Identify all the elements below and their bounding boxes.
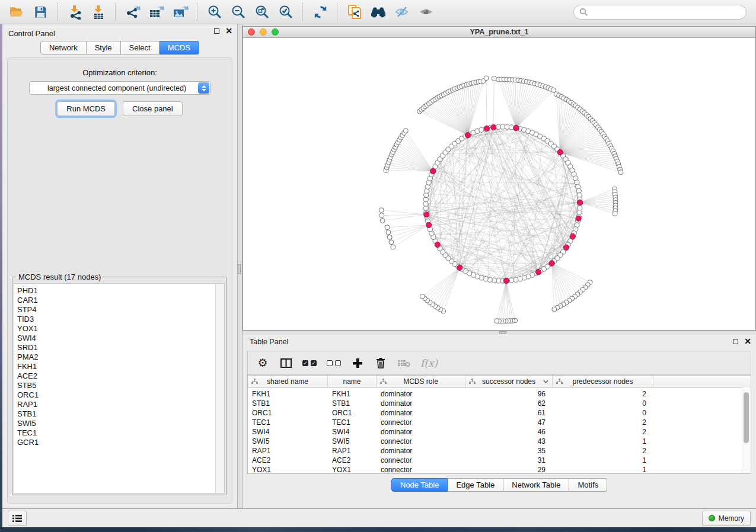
- table-cell[interactable]: 35: [465, 447, 553, 455]
- table-row[interactable]: ACE2ACE2connector311: [248, 456, 742, 465]
- table-cell[interactable]: 43: [465, 437, 553, 446]
- mcds-result-item[interactable]: TID3: [14, 315, 224, 324]
- mcds-result-item[interactable]: SWI4: [14, 334, 224, 343]
- table-row[interactable]: TEC1TEC1connector472: [248, 418, 742, 427]
- table-cell[interactable]: 2: [553, 428, 653, 436]
- tab-mcds[interactable]: MCDS: [160, 41, 199, 55]
- table-row[interactable]: STB1STB1dominator620: [248, 399, 742, 408]
- import-network-button[interactable]: [64, 2, 85, 22]
- zoom-out-button[interactable]: [228, 2, 249, 22]
- mcds-result-item[interactable]: PHD1: [14, 286, 224, 296]
- table-row[interactable]: SWI4SWI4dominator462: [248, 427, 742, 437]
- table-scrollbar-thumb[interactable]: [744, 392, 749, 443]
- mcds-result-item[interactable]: ACE2: [14, 371, 224, 381]
- table-cell[interactable]: TEC1: [248, 418, 328, 427]
- table-row[interactable]: YOX1YOX1connector291: [248, 465, 742, 474]
- table-cell[interactable]: 1: [553, 456, 653, 464]
- select-all-columns-button[interactable]: ✓✓: [302, 356, 317, 370]
- mcds-result-item[interactable]: CAR1: [14, 296, 224, 305]
- task-history-button[interactable]: [8, 511, 27, 526]
- table-cell[interactable]: 1: [553, 437, 653, 446]
- show-all-button[interactable]: [415, 2, 436, 22]
- mcds-result-item[interactable]: STB5: [14, 381, 224, 390]
- tab-motifs[interactable]: Motifs: [569, 478, 607, 492]
- tab-network-table[interactable]: Network Table: [503, 478, 569, 492]
- tab-network[interactable]: Network: [40, 41, 87, 55]
- tab-edge-table[interactable]: Edge Table: [448, 478, 503, 492]
- fan-leaf-nodes[interactable]: [379, 76, 623, 323]
- table-cell[interactable]: 46: [465, 428, 553, 436]
- save-session-button[interactable]: [30, 2, 51, 22]
- import-table-button[interactable]: [88, 2, 109, 22]
- table-cell[interactable]: 96: [465, 390, 553, 398]
- table-cell[interactable]: 0: [553, 409, 653, 417]
- table-cell[interactable]: FKH1: [328, 390, 377, 398]
- mcds-result-item[interactable]: SWI5: [14, 419, 224, 428]
- network-graph[interactable]: [243, 38, 755, 330]
- table-cell[interactable]: STB1: [328, 399, 377, 408]
- vertical-splitter[interactable]: [237, 24, 243, 508]
- close-panel-button[interactable]: Close panel: [123, 101, 183, 116]
- close-panel-icon[interactable]: ✕: [225, 28, 232, 34]
- table-cell[interactable]: dominator: [377, 447, 465, 455]
- run-mcds-button[interactable]: Run MCDS: [57, 101, 115, 116]
- network-canvas[interactable]: [243, 38, 755, 330]
- table-cell[interactable]: 61: [465, 409, 553, 417]
- splitter-grip[interactable]: [499, 331, 506, 334]
- table-cell[interactable]: SWI4: [248, 428, 328, 436]
- horizontal-splitter[interactable]: [243, 331, 756, 335]
- table-cell[interactable]: SWI4: [328, 428, 377, 436]
- table-cell[interactable]: connector: [377, 456, 465, 464]
- column-header-shared-name[interactable]: shared name: [248, 376, 328, 387]
- show-columns-button[interactable]: [279, 356, 292, 370]
- tab-node-table[interactable]: Node Table: [391, 478, 448, 492]
- hide-selected-button[interactable]: [391, 2, 413, 22]
- refresh-view-button[interactable]: [310, 2, 331, 22]
- mcds-result-item[interactable]: RAP1: [14, 400, 224, 409]
- binoculars-button[interactable]: [368, 2, 389, 22]
- delete-table-button[interactable]: [397, 356, 410, 370]
- column-header-successor-nodes[interactable]: successor nodes: [465, 376, 553, 387]
- add-column-button[interactable]: [351, 356, 364, 370]
- mcds-result-item[interactable]: STB1: [14, 409, 224, 419]
- table-cell[interactable]: 1: [553, 466, 653, 474]
- mcds-list-scrollbar[interactable]: [215, 284, 224, 493]
- table-cell[interactable]: 31: [465, 456, 553, 464]
- copy-network-button[interactable]: [344, 2, 365, 22]
- tab-select[interactable]: Select: [121, 41, 160, 55]
- memory-button[interactable]: Memory: [702, 511, 751, 526]
- table-cell[interactable]: connector: [377, 437, 465, 446]
- mcds-result-item[interactable]: TEC1: [14, 428, 224, 438]
- deselect-all-columns-button[interactable]: [327, 356, 341, 370]
- table-cell[interactable]: SWI5: [328, 437, 377, 446]
- criterion-dropdown[interactable]: largest connected component (undirected): [29, 81, 210, 95]
- table-row[interactable]: RAP1RAP1dominator352: [248, 446, 742, 456]
- float-panel-icon[interactable]: [733, 339, 738, 344]
- column-header-mcds-role[interactable]: MCDS role: [377, 376, 465, 387]
- column-header-predecessor-nodes[interactable]: predecessor nodes: [553, 376, 653, 387]
- table-cell[interactable]: 29: [465, 466, 553, 474]
- close-panel-icon[interactable]: ✕: [744, 338, 751, 344]
- zoom-selected-button[interactable]: [275, 2, 296, 22]
- mcds-result-item[interactable]: SRD1: [14, 343, 224, 352]
- table-cell[interactable]: STB1: [248, 399, 328, 408]
- search-box[interactable]: [573, 5, 747, 20]
- table-cell[interactable]: 2: [553, 418, 653, 427]
- table-cell[interactable]: 0: [553, 399, 653, 408]
- table-cell[interactable]: ACE2: [248, 456, 328, 464]
- function-builder-button[interactable]: f(x): [420, 356, 438, 370]
- mcds-result-item[interactable]: PMA2: [14, 352, 224, 362]
- table-cell[interactable]: FKH1: [248, 390, 328, 398]
- table-cell[interactable]: YOX1: [248, 466, 328, 474]
- table-cell[interactable]: connector: [377, 418, 465, 427]
- mcds-result-item[interactable]: FKH1: [14, 362, 224, 371]
- table-cell[interactable]: 2: [553, 390, 653, 398]
- splitter-grip[interactable]: [238, 264, 241, 274]
- table-cell[interactable]: ORC1: [248, 409, 328, 417]
- table-settings-button[interactable]: ⚙: [256, 356, 269, 370]
- table-cell[interactable]: YOX1: [328, 466, 377, 474]
- table-cell[interactable]: RAP1: [248, 447, 328, 455]
- table-cell[interactable]: 47: [465, 418, 553, 427]
- export-network-button[interactable]: [122, 2, 143, 22]
- mcds-result-item[interactable]: GCR1: [14, 438, 224, 447]
